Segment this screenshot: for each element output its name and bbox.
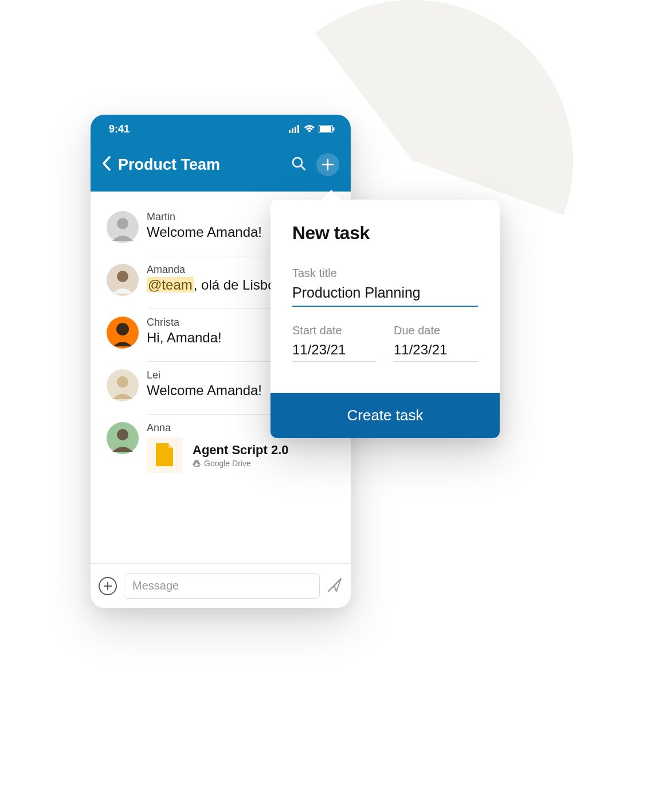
message-author: Amanda <box>147 264 287 276</box>
message-text: @team, olá de Lisboa! <box>147 277 287 293</box>
attachment[interactable]: Agent Script 2.0 Google Drive <box>147 438 288 473</box>
file-icon <box>147 438 182 473</box>
svg-point-15 <box>117 429 128 440</box>
create-task-button[interactable]: Create task <box>270 393 500 438</box>
nav-bar: Product Team <box>91 138 351 192</box>
chevron-left-icon <box>102 156 111 171</box>
due-date-label: Due date <box>394 324 478 337</box>
status-time: 9:41 <box>109 123 130 135</box>
google-drive-icon <box>193 460 201 467</box>
status-bar: 9:41 <box>91 115 351 138</box>
attachment-source-label: Google Drive <box>204 459 251 468</box>
message-placeholder: Message <box>132 579 179 592</box>
back-button[interactable] <box>102 156 111 173</box>
avatar <box>107 264 139 296</box>
attachment-title: Agent Script 2.0 <box>193 443 288 458</box>
signal-icon <box>289 125 300 133</box>
message-text: Hi, Amanda! <box>147 330 222 346</box>
avatar <box>107 369 139 401</box>
search-icon <box>291 156 306 171</box>
svg-rect-6 <box>333 127 335 131</box>
due-date-input[interactable]: 11/23/21 <box>394 342 478 362</box>
attachment-source: Google Drive <box>193 459 288 468</box>
svg-point-14 <box>117 376 128 388</box>
svg-point-12 <box>117 271 128 282</box>
popover-title: New task <box>292 222 478 244</box>
svg-rect-5 <box>320 126 331 132</box>
message-author: Anna <box>147 422 288 434</box>
chat-title: Product Team <box>118 156 291 174</box>
mention[interactable]: @team <box>147 277 194 292</box>
send-button[interactable] <box>327 577 343 595</box>
svg-point-11 <box>117 218 128 229</box>
start-date-input[interactable]: 11/23/21 <box>292 342 377 362</box>
svg-rect-2 <box>295 127 296 133</box>
add-button[interactable] <box>316 153 339 176</box>
message-author: Christa <box>147 317 222 329</box>
avatar <box>107 422 139 454</box>
avatar <box>107 317 139 349</box>
status-icons <box>289 125 335 133</box>
task-title-input[interactable]: Production Planning <box>292 284 478 307</box>
app-header: 9:41 Product Team <box>91 115 351 192</box>
task-title-label: Task title <box>292 267 478 280</box>
send-icon <box>327 577 343 593</box>
plus-icon <box>321 158 334 171</box>
attach-button[interactable] <box>99 577 117 595</box>
plus-icon <box>103 581 112 591</box>
wifi-icon <box>304 125 315 133</box>
svg-rect-1 <box>292 128 293 133</box>
svg-line-8 <box>301 166 305 170</box>
new-task-popover: New task Task title Production Planning … <box>270 200 500 438</box>
battery-icon <box>319 125 335 133</box>
svg-rect-3 <box>297 125 299 133</box>
avatar <box>107 211 139 243</box>
message-author: Lei <box>147 369 262 381</box>
svg-rect-0 <box>289 130 291 133</box>
message-text: Welcome Amanda! <box>147 224 262 240</box>
start-date-label: Start date <box>292 324 377 337</box>
search-button[interactable] <box>291 156 306 173</box>
message-author: Martin <box>147 211 262 223</box>
composer: Message <box>91 563 351 608</box>
message-input[interactable]: Message <box>124 573 320 599</box>
svg-point-13 <box>116 323 129 335</box>
message-text: Welcome Amanda! <box>147 382 262 399</box>
